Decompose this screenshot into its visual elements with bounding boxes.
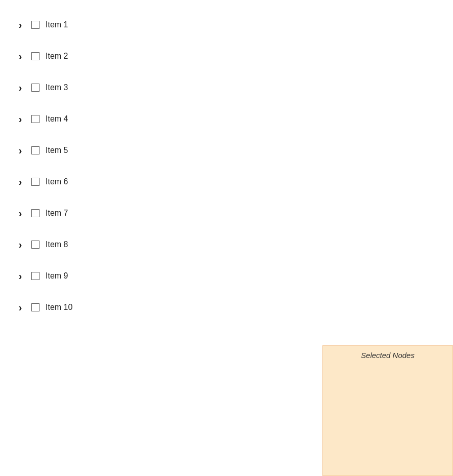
item-checkbox[interactable] bbox=[31, 115, 39, 123]
item-checkbox[interactable] bbox=[31, 241, 39, 249]
chevron-right-icon[interactable] bbox=[15, 20, 25, 30]
chevron-right-icon[interactable] bbox=[15, 51, 25, 61]
tree-item: Item 7 bbox=[15, 197, 453, 229]
chevron-right-icon[interactable] bbox=[15, 83, 25, 93]
item-label: Item 7 bbox=[46, 209, 68, 218]
item-checkbox[interactable] bbox=[31, 21, 39, 29]
item-label: Item 4 bbox=[46, 114, 68, 124]
tree-item: Item 4 bbox=[15, 103, 453, 135]
chevron-right-icon[interactable] bbox=[15, 208, 25, 218]
tree-item: Item 9 bbox=[15, 260, 453, 292]
selected-nodes-title: Selected Nodes bbox=[323, 346, 452, 364]
item-label: Item 6 bbox=[46, 177, 68, 186]
item-checkbox[interactable] bbox=[31, 272, 39, 280]
tree-item: Item 1 bbox=[15, 9, 453, 41]
item-checkbox[interactable] bbox=[31, 209, 39, 217]
tree-item: Item 6 bbox=[15, 166, 453, 197]
item-label: Item 8 bbox=[46, 240, 68, 249]
selected-nodes-panel: Selected Nodes bbox=[322, 345, 453, 476]
tree-list: Item 1Item 2Item 3Item 4Item 5Item 6Item… bbox=[0, 0, 453, 323]
tree-item: Item 5 bbox=[15, 135, 453, 166]
item-checkbox[interactable] bbox=[31, 303, 39, 311]
item-label: Item 3 bbox=[46, 83, 68, 92]
item-checkbox[interactable] bbox=[31, 146, 39, 154]
chevron-right-icon[interactable] bbox=[15, 177, 25, 187]
tree-item: Item 3 bbox=[15, 72, 453, 103]
item-checkbox[interactable] bbox=[31, 178, 39, 186]
tree-item: Item 8 bbox=[15, 229, 453, 260]
item-label: Item 10 bbox=[46, 303, 72, 312]
tree-item: Item 2 bbox=[15, 41, 453, 72]
chevron-right-icon[interactable] bbox=[15, 114, 25, 124]
chevron-right-icon[interactable] bbox=[15, 271, 25, 281]
chevron-right-icon[interactable] bbox=[15, 145, 25, 155]
item-label: Item 1 bbox=[46, 20, 68, 29]
chevron-right-icon[interactable] bbox=[15, 240, 25, 250]
item-label: Item 9 bbox=[46, 271, 68, 281]
item-label: Item 2 bbox=[46, 52, 68, 61]
tree-item: Item 10 bbox=[15, 292, 453, 323]
item-checkbox[interactable] bbox=[31, 84, 39, 92]
item-label: Item 5 bbox=[46, 146, 68, 155]
chevron-right-icon[interactable] bbox=[15, 302, 25, 312]
item-checkbox[interactable] bbox=[31, 52, 39, 60]
